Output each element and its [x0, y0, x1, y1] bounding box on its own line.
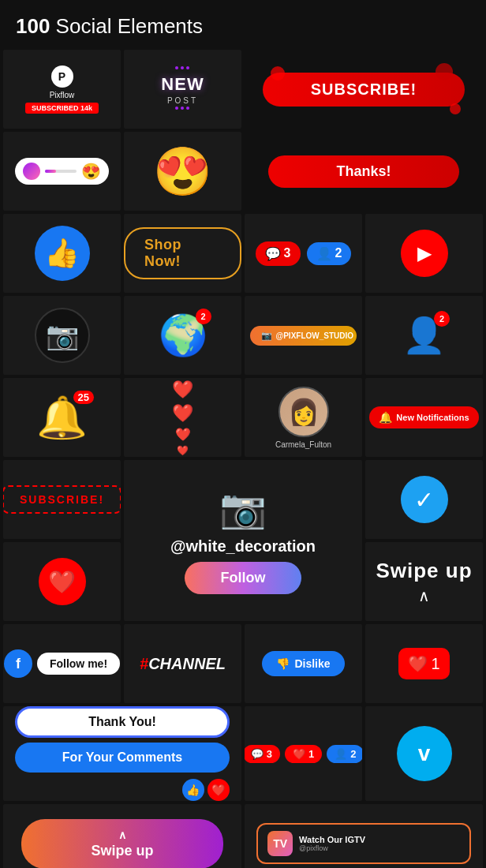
main-grid: P Pixflow SUBSCRIBED 14k NEW POST SUBSCR [0, 47, 486, 868]
profile-card: 👩 Carmela_Fulton [275, 387, 331, 449]
slider-cell: 😍 [3, 132, 121, 211]
pixflow-initial: P [58, 70, 65, 83]
heart-reaction: ❤️ [207, 779, 230, 801]
fb-follow: f Follow me! [4, 649, 120, 678]
igtv-label: Watch Our IGTV [299, 835, 365, 844]
swipe-up-button[interactable]: ∧ Swipe up [21, 819, 224, 869]
vimeo-icon: v [397, 726, 452, 781]
channel-cell: #CHANNEL [124, 624, 241, 703]
channel-label: CHANNEL [148, 655, 226, 672]
thumbs-up-icon[interactable]: 👍 [35, 226, 90, 281]
new-post-card: NEW POST [161, 66, 204, 113]
blob-tr [436, 63, 453, 80]
ig-handle-cell: 📷 @PIXFLOW_STUDIO [245, 296, 362, 375]
slider-fill [45, 170, 56, 173]
header-number: 100 [16, 14, 50, 38]
follow-button[interactable]: Follow [185, 562, 301, 594]
ig-big-handle: @white_decoration [170, 537, 316, 556]
thumbs-up-cell: 👍 [3, 214, 121, 293]
heart-notification: ❤️ 1 [398, 648, 449, 679]
new-post-dots2 [175, 107, 189, 110]
ig-big-section: 📷 @white_decoration Follow [170, 487, 316, 594]
shop-now-button[interactable]: Shop Now! [124, 227, 241, 279]
hearts-column: ❤️ ❤️ ❤️ ❤️ [172, 380, 193, 456]
notification-pill[interactable]: 🔔 New Notifications [369, 406, 478, 428]
globe-cell: 🌍 2 [124, 296, 241, 375]
dislike-button[interactable]: 👎 Dislike [262, 651, 344, 676]
notif-bell-icon: 🔔 [379, 411, 392, 424]
instagram-icon[interactable]: 📷 [35, 308, 90, 363]
slider-track[interactable] [45, 170, 77, 173]
subscribe-dotted-button[interactable]: SUBSCRIBE! [3, 485, 121, 514]
user-badge: 👤 2 [402, 315, 446, 356]
play-cell: ▶ [365, 214, 483, 293]
swipe-up-text: Swipe up [376, 559, 472, 583]
heart-3: ❤️ [175, 427, 191, 442]
swipe-chevron2-icon: ∧ [118, 829, 126, 841]
verified-cell: ✓ [365, 460, 483, 539]
hash-icon: # [140, 655, 148, 672]
pixflow-name: Pixflow [50, 91, 75, 99]
profile-name: Carmela_Fulton [275, 440, 331, 449]
subscribe-cell: SUBSCRIBE! [245, 50, 483, 129]
channel-text: #CHANNEL [140, 655, 226, 673]
heart-notif-cell: ❤️ 1 [365, 624, 483, 703]
ig-handle-text: @PIXFLOW_STUDIO [275, 331, 353, 340]
subscribed-badge[interactable]: SUBSCRIBED 14k [25, 103, 99, 114]
stats-cell: 💬 3 👤 2 [245, 214, 362, 293]
stats2-cell: 💬3 ❤️1 👤2 [245, 706, 362, 801]
thanks-button[interactable]: Thanks! [268, 155, 459, 188]
user-stat: 👤 2 [307, 242, 352, 265]
globe-badge: 🌍 2 [159, 312, 207, 358]
ig-handle-pill[interactable]: 📷 @PIXFLOW_STUDIO [250, 326, 356, 346]
verified-badge: ✓ [401, 476, 448, 523]
user-badge-cell: 👤 2 [365, 296, 483, 375]
new-post-line2: POST [167, 96, 198, 105]
blob-br [450, 103, 461, 114]
shop-now-cell: Shop Now! [124, 214, 241, 293]
heart-notif-icon: ❤️ 1 [398, 648, 449, 679]
pixflow-card: P Pixflow SUBSCRIBED 14k [25, 65, 99, 114]
comment-stat2: 💬3 [245, 745, 280, 763]
user-count-stat: 2 [335, 246, 342, 260]
play-button[interactable]: ▶ [401, 230, 448, 277]
reaction-row: 👍 ❤️ [15, 779, 230, 801]
dislike-cell: 👎 Dislike [245, 624, 362, 703]
profile-cell: 👩 Carmela_Fulton [245, 378, 362, 457]
bell-cell: 🔔 25 [3, 378, 121, 457]
new-post-cell: NEW POST [124, 50, 241, 129]
pixflow-card-cell: P Pixflow SUBSCRIBED 14k [3, 50, 121, 129]
comment-stat: 💬 3 [256, 241, 301, 266]
subscribe-banner[interactable]: SUBSCRIBE! [263, 73, 465, 107]
igtv-pill[interactable]: TV Watch Our IGTV @pixflow [256, 823, 471, 864]
user-badge-count: 2 [434, 311, 450, 327]
new-post-dots [175, 66, 189, 69]
comment-icon: 💬 [265, 246, 281, 261]
heart-4: ❤️ [177, 445, 189, 456]
heart-eyes-emoji: 😍 [153, 144, 212, 200]
globe-badge-count: 2 [196, 309, 211, 324]
subscribe-dotted-cell: SUBSCRIBE! [3, 460, 121, 539]
stats-badge: 💬 3 👤 2 [256, 241, 352, 266]
user-icon-stat: 👤 [316, 246, 332, 261]
heart-notif-count: 1 [431, 655, 439, 673]
profile-avatar: 👩 [279, 387, 329, 437]
notif-cell: 🔔 New Notifications [365, 378, 483, 457]
ig-logo: 📷 [261, 331, 272, 341]
slider-card[interactable]: 😍 [15, 158, 109, 185]
ig-big-icon: 📷 [219, 487, 267, 531]
thanks-cell: Thanks! [245, 132, 483, 211]
thank-you-button[interactable]: Thank You! [15, 706, 230, 738]
thank-you-card: Thank You! For Your Comments 👍 ❤️ [15, 706, 230, 801]
comment-count: 3 [284, 246, 291, 260]
emoji-cell: 😍 [124, 132, 241, 211]
dislike-icon: 👎 [276, 657, 290, 670]
ig-big-cell: 📷 @white_decoration Follow [124, 460, 362, 621]
thank-you-cell: Thank You! For Your Comments 👍 ❤️ [3, 706, 241, 801]
notif-text: New Notifications [396, 413, 469, 422]
pixflow-avatar: P [51, 65, 73, 88]
ig-emoji: 📷 [46, 320, 79, 351]
user-stat2: 👤2 [327, 745, 362, 763]
for-comments-button[interactable]: For Your Comments [15, 743, 230, 773]
follow-me-button[interactable]: Follow me! [37, 653, 120, 675]
